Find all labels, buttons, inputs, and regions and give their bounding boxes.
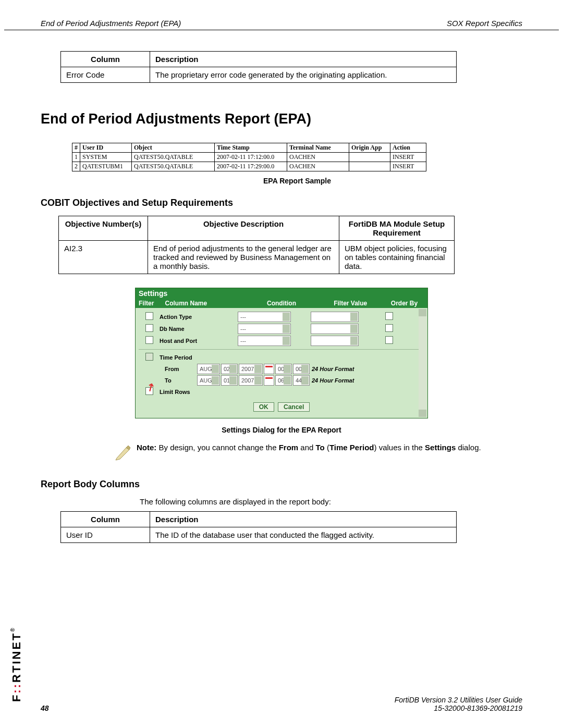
settings-title: Settings [136,288,427,299]
filter-row: Db Name --- [139,324,424,334]
th: # [72,143,80,153]
from-year-select[interactable]: 2007 [239,364,263,374]
th: Terminal Name [287,143,349,153]
note-icon [114,442,132,461]
error-code-table: Column Description Error Code The propri… [60,51,457,83]
condition-select[interactable]: --- [238,312,291,322]
hour-format-label: 24 Hour Format [312,377,354,384]
to-year-select[interactable]: 2007 [239,375,263,386]
body-columns-table: Column Description User ID The ID of the… [60,511,457,543]
time-period-checkbox[interactable] [145,353,153,361]
limit-rows-label: Limit Rows [160,389,238,395]
col-header: Column [61,52,150,67]
epa-sample-table: # User ID Object Time Stamp Terminal Nam… [72,143,426,171]
filter-label: Host and Port [160,338,238,344]
value-input[interactable] [311,312,359,322]
filter-row: Host and Port --- [139,336,424,346]
header-right: SOX Report Specifics [447,19,522,28]
filter-checkbox[interactable] [145,312,153,320]
table-cell: Error Code [61,67,150,83]
footer-text: FortiDB Version 3.2 Utilities User Guide… [395,696,522,712]
th: Object [132,143,215,153]
cobit-table: Objective Number(s) Objective Descriptio… [58,216,455,274]
from-day-select[interactable]: 02 [221,364,238,374]
fortinet-logo: F::RTINET® [10,626,23,702]
from-hour-select[interactable]: 00 [275,364,292,374]
filter-label: Action Type [160,314,238,320]
table-row: AI2.3 End of period adjustments to the g… [59,241,455,274]
scrollbar[interactable] [419,309,426,417]
calendar-icon[interactable] [264,364,274,374]
order-checkbox[interactable] [385,312,393,320]
th: Description [150,512,457,527]
condition-select[interactable]: --- [238,336,291,346]
filter-row: Action Type --- [139,312,424,322]
header-rule [4,30,559,30]
settings-header-row: Filter Column Name Condition Filter Valu… [136,299,427,308]
filter-checkbox[interactable] [145,336,153,344]
settings-caption: Settings Dialog for the EPA Report [41,426,522,434]
order-checkbox[interactable] [385,336,393,344]
order-checkbox[interactable] [385,324,393,332]
ok-button[interactable]: OK [253,402,274,412]
value-input[interactable] [311,336,359,346]
th: Objective Description [148,216,339,241]
body-columns-intro: The following columns are displayed in t… [140,497,522,506]
col-header: Description [150,52,457,67]
value-input[interactable] [311,324,359,334]
th: Origin App [349,143,390,153]
table-row: 2 QATESTUBM1 QATEST50.QATABLE 2007-02-11… [72,162,426,171]
calendar-icon[interactable] [264,375,274,386]
to-month-select[interactable]: AUG [197,375,220,386]
page-title: End of Period Adjustments Report (EPA) [41,111,522,127]
filter-label: Db Name [160,326,238,332]
th: User ID [80,143,132,153]
from-min-select[interactable]: 00 [293,364,310,374]
th: Objective Number(s) [59,216,148,241]
filter-checkbox[interactable] [145,324,153,332]
cobit-heading: COBIT Objectives and Setup Requirements [41,198,522,208]
sample-caption: EPA Report Sample [72,177,522,185]
table-cell: The proprietary error code generated by … [150,67,457,83]
cancel-button[interactable]: Cancel [278,402,310,412]
to-hour-select[interactable]: 06 [275,375,292,386]
hour-format-label: 24 Hour Format [312,366,354,372]
th: Time Stamp [215,143,287,153]
condition-select[interactable]: --- [238,324,291,334]
settings-dialog: Settings Filter Column Name Condition Fi… [135,288,428,418]
page-number: 48 [41,704,49,712]
th: Column [61,512,150,527]
time-period-row: Time Period [139,353,424,362]
from-month-select[interactable]: AUG [197,364,220,374]
body-columns-heading: Report Body Columns [41,479,522,490]
header-left: End of Period Adjustments Report (EPA) [41,19,181,28]
to-min-select[interactable]: 44 [293,375,310,386]
to-day-select[interactable]: 01 [221,375,238,386]
table-row: 1 SYSTEM QATEST50.QATABLE 2007-02-11 17:… [72,153,426,162]
from-row: From AUG 02 2007 00 00 24 Hour Format [139,364,424,374]
table-row: User ID The ID of the database user that… [61,527,457,543]
th: Action [390,143,426,153]
limit-rows-row: Limit Rows [139,387,424,397]
th: FortiDB MA Module Setup Requirement [339,216,455,241]
to-row: To AUG 01 2007 06 44 24 Hour Format [139,375,424,386]
time-period-label: Time Period [160,354,238,361]
note-text: Note: By design, you cannot change the F… [137,442,481,453]
